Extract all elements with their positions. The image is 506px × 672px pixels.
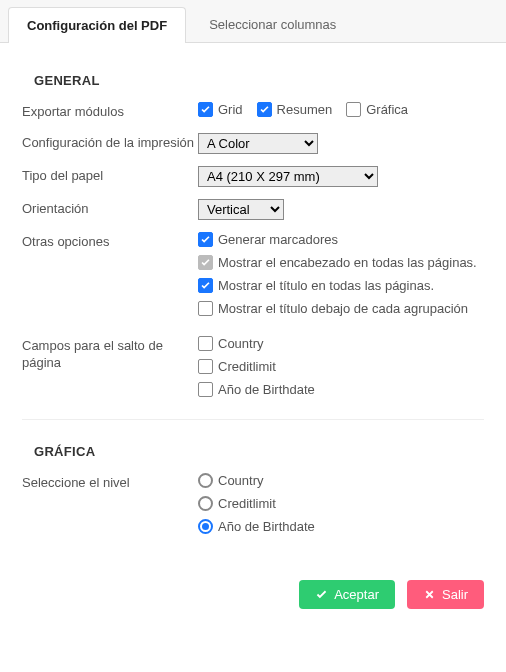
- checkbox-country[interactable]: [198, 336, 213, 351]
- label-paper-type: Tipo del papel: [22, 166, 198, 185]
- exit-button[interactable]: Salir: [407, 580, 484, 609]
- radio-birthdate-label: Año de Birthdate: [218, 519, 315, 534]
- radio-creditlimit-label: Creditlimit: [218, 496, 276, 511]
- radio-country-label: Country: [218, 473, 264, 488]
- checkbox-grid-label: Grid: [218, 102, 243, 117]
- checkbox-title-below-group[interactable]: [198, 301, 213, 316]
- label-page-break-fields: Campos para el salto de página: [22, 336, 198, 372]
- select-orientation[interactable]: Vertical: [198, 199, 284, 220]
- tab-select-columns[interactable]: Seleccionar columnas: [190, 6, 355, 42]
- checkbox-chart-label: Gráfica: [366, 102, 408, 117]
- checkbox-summary-label: Resumen: [277, 102, 333, 117]
- checkbox-title-below-group-label: Mostrar el título debajo de cada agrupac…: [218, 301, 468, 316]
- checkbox-header-all: [198, 255, 213, 270]
- checkbox-grid[interactable]: [198, 102, 213, 117]
- checkbox-birthdate-label: Año de Birthdate: [218, 382, 315, 397]
- label-export-modules: Exportar módulos: [22, 102, 198, 121]
- label-print-config: Configuración de la impresión: [22, 133, 198, 152]
- select-paper-type[interactable]: A4 (210 X 297 mm): [198, 166, 378, 187]
- radio-birthdate[interactable]: [198, 519, 213, 534]
- checkbox-gen-markers-label: Generar marcadores: [218, 232, 338, 247]
- divider: [22, 419, 484, 420]
- checkbox-country-label: Country: [218, 336, 264, 351]
- checkbox-chart[interactable]: [346, 102, 361, 117]
- section-title-general: GENERAL: [22, 53, 484, 102]
- section-title-chart: GRÁFICA: [22, 424, 484, 473]
- radio-country[interactable]: [198, 473, 213, 488]
- checkbox-title-all[interactable]: [198, 278, 213, 293]
- tab-pdf-config[interactable]: Configuración del PDF: [8, 7, 186, 43]
- check-icon: [315, 588, 328, 601]
- tab-bar: Configuración del PDF Seleccionar column…: [0, 0, 506, 43]
- label-orientation: Orientación: [22, 199, 198, 218]
- radio-creditlimit[interactable]: [198, 496, 213, 511]
- label-other-options: Otras opciones: [22, 232, 198, 251]
- exit-button-label: Salir: [442, 587, 468, 602]
- checkbox-creditlimit-label: Creditlimit: [218, 359, 276, 374]
- accept-button[interactable]: Aceptar: [299, 580, 395, 609]
- select-print-config[interactable]: A Color: [198, 133, 318, 154]
- checkbox-creditlimit[interactable]: [198, 359, 213, 374]
- checkbox-birthdate[interactable]: [198, 382, 213, 397]
- checkbox-summary[interactable]: [257, 102, 272, 117]
- checkbox-header-all-label: Mostrar el encabezado en todas las págin…: [218, 255, 477, 270]
- close-icon: [423, 588, 436, 601]
- checkbox-gen-markers[interactable]: [198, 232, 213, 247]
- checkbox-title-all-label: Mostrar el título en todas las páginas.: [218, 278, 434, 293]
- footer-actions: Aceptar Salir: [0, 574, 506, 625]
- label-select-level: Seleccione el nivel: [22, 473, 198, 492]
- accept-button-label: Aceptar: [334, 587, 379, 602]
